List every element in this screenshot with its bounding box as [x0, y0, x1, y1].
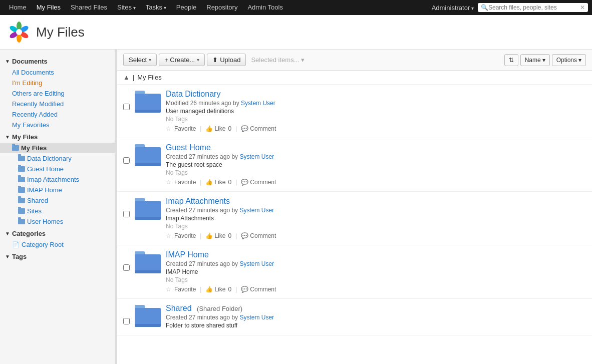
search-close-icon[interactable]: ✕ — [580, 4, 585, 11]
star-icon-1[interactable]: ☆ — [166, 179, 171, 186]
thumb-icon-0: 👍 — [205, 125, 213, 132]
star-icon-0[interactable]: ☆ — [166, 125, 171, 132]
comment-btn-3[interactable]: 💬 Comment — [239, 285, 278, 293]
table-row: Imap Attachments Created 27 minutes ago … — [117, 192, 592, 245]
file-tags-0: No Tags — [166, 116, 586, 123]
star-icon-3[interactable]: ☆ — [166, 286, 171, 293]
sidebar-item-sites[interactable]: Sites — [0, 206, 115, 216]
sidebar-item-my-favorites[interactable]: My Favorites — [0, 120, 115, 130]
select-button[interactable]: Select ▾ — [123, 54, 157, 66]
breadcrumb-separator: | — [133, 74, 134, 81]
upload-button[interactable]: ⬆ Upload — [207, 54, 246, 66]
nav-sharedfiles[interactable]: Shared Files — [66, 0, 112, 15]
table-row: IMAP Home Created 27 minutes ago by Syst… — [117, 245, 592, 299]
sidebar-item-user-homes[interactable]: User Homes — [0, 216, 115, 227]
main-content: Select ▾ + Create... ▾ ⬆ Upload Selected… — [117, 50, 592, 364]
sidebar-item-recently-added[interactable]: Recently Added — [0, 109, 115, 120]
file-name-2[interactable]: Imap Attachments — [166, 197, 586, 206]
folder-icon-small — [18, 166, 25, 172]
nav-home[interactable]: Home — [4, 0, 32, 15]
file-meta-4: Created 27 minutes ago by System User — [166, 314, 586, 321]
nav-repository[interactable]: Repository — [201, 0, 242, 15]
file-name-3[interactable]: IMAP Home — [166, 250, 586, 259]
folder-icon-large — [135, 305, 161, 327]
sort-button[interactable]: ⇅ — [504, 54, 518, 66]
like-btn-3[interactable]: 👍 Like 0 — [203, 285, 233, 293]
file-checkbox-4[interactable] — [123, 318, 130, 324]
search-icon: 🔍 — [481, 4, 488, 11]
file-name-1[interactable]: Guest Home — [166, 143, 586, 152]
like-count-3: 0 — [228, 286, 232, 293]
sidebar-item-recently-modified[interactable]: Recently Modified — [0, 99, 115, 109]
folder-icon-large — [135, 144, 161, 166]
user-menu[interactable]: Administrator — [432, 4, 474, 12]
comment-btn-1[interactable]: 💬 Comment — [239, 178, 278, 186]
table-row: Guest Home Created 27 minutes ago by Sys… — [117, 138, 592, 192]
sidebar-section-myfiles[interactable]: My Files — [0, 130, 115, 143]
name-sort-button[interactable]: Name ▾ — [520, 54, 550, 66]
star-icon-2[interactable]: ☆ — [166, 232, 171, 239]
search-input[interactable] — [488, 4, 580, 11]
sidebar-item-category-root[interactable]: 📄 Category Root — [0, 239, 115, 250]
selected-arrow: ▾ — [301, 56, 305, 64]
file-actions-3: ☆ Favorite | 👍 Like 0 | 💬 Comment — [166, 285, 586, 293]
file-user-link-1[interactable]: System User — [239, 153, 274, 160]
sidebar-item-others-editing[interactable]: Others are Editing — [0, 88, 115, 99]
file-checkbox-1[interactable] — [123, 157, 130, 164]
file-desc-0: User managed definitions — [166, 108, 586, 115]
sidebar-item-myfiles[interactable]: My Files — [0, 143, 115, 153]
file-meta-2: Created 27 minutes ago by System User — [166, 207, 586, 214]
shared-label-4: (Shared Folder) — [197, 305, 242, 312]
nav-tasks-dropdown[interactable]: Tasks — [141, 0, 171, 16]
nav-sites[interactable]: Sites — [112, 0, 141, 16]
comment-btn-0[interactable]: 💬 Comment — [239, 125, 278, 133]
nav-tasks[interactable]: Tasks — [141, 0, 171, 16]
file-checkbox-0[interactable] — [123, 104, 130, 110]
sidebar-section-documents[interactable]: Documents — [0, 55, 115, 67]
file-name-4[interactable]: Shared (Shared Folder) — [166, 304, 586, 313]
folder-icon-small — [18, 177, 25, 182]
sidebar-item-shared[interactable]: Shared — [0, 195, 115, 206]
file-checkbox-2[interactable] — [123, 211, 130, 217]
sidebar-section-tags[interactable]: Tags — [0, 250, 115, 262]
sidebar-item-imap-home[interactable]: IMAP Home — [0, 185, 115, 195]
sidebar-item-imap-attachments[interactable]: Imap Attachments — [0, 174, 115, 185]
comment-btn-2[interactable]: 💬 Comment — [239, 232, 278, 240]
file-user-link-0[interactable]: System User — [241, 100, 275, 107]
page-header: My Files — [0, 15, 592, 50]
nav-people[interactable]: People — [171, 0, 201, 15]
nav-admintools[interactable]: Admin Tools — [242, 0, 288, 15]
file-user-link-4[interactable]: System User — [239, 314, 274, 321]
folder-icon-small — [18, 198, 25, 203]
file-tags-3: No Tags — [166, 276, 586, 283]
sidebar-item-im-editing[interactable]: I'm Editing — [0, 78, 115, 88]
comment-icon-3: 💬 — [241, 286, 248, 293]
favorite-btn-0[interactable]: Favorite — [172, 125, 198, 133]
folder-icon-small — [18, 219, 25, 224]
options-button[interactable]: Options ▾ — [552, 54, 586, 66]
favorite-btn-2[interactable]: Favorite — [172, 232, 198, 240]
file-checkbox-3[interactable] — [123, 264, 130, 271]
table-row: Shared (Shared Folder) Created 27 minute… — [117, 299, 592, 335]
sidebar-section-categories[interactable]: Categories — [0, 227, 115, 239]
table-row: Data Dictionary Modified 26 minutes ago … — [117, 85, 592, 138]
favorite-btn-1[interactable]: Favorite — [172, 178, 198, 186]
file-info-0: Data Dictionary Modified 26 minutes ago … — [166, 90, 586, 133]
like-btn-2[interactable]: 👍 Like 0 — [203, 232, 233, 240]
like-btn-1[interactable]: 👍 Like 0 — [203, 178, 233, 186]
name-sort-arrow: ▾ — [542, 57, 545, 64]
nav-sites-dropdown[interactable]: Sites — [112, 0, 141, 16]
like-btn-0[interactable]: 👍 Like 0 — [203, 125, 233, 133]
file-user-link-2[interactable]: System User — [239, 207, 274, 214]
nav-myfiles[interactable]: My Files — [32, 0, 66, 15]
sidebar-item-guest-home[interactable]: Guest Home — [0, 164, 115, 174]
file-name-0[interactable]: Data Dictionary — [166, 90, 586, 99]
breadcrumb-up[interactable]: ▲ — [123, 74, 130, 81]
create-button[interactable]: + Create... ▾ — [159, 54, 205, 66]
file-user-link-3[interactable]: System User — [239, 260, 274, 267]
sidebar-item-data-dictionary[interactable]: Data Dictionary — [0, 153, 115, 164]
sidebar-item-all-documents[interactable]: All Documents — [0, 67, 115, 78]
selected-items-button[interactable]: Selected items... ▾ — [248, 54, 307, 66]
sidebar: Documents All Documents I'm Editing Othe… — [0, 50, 115, 364]
favorite-btn-3[interactable]: Favorite — [172, 285, 198, 293]
